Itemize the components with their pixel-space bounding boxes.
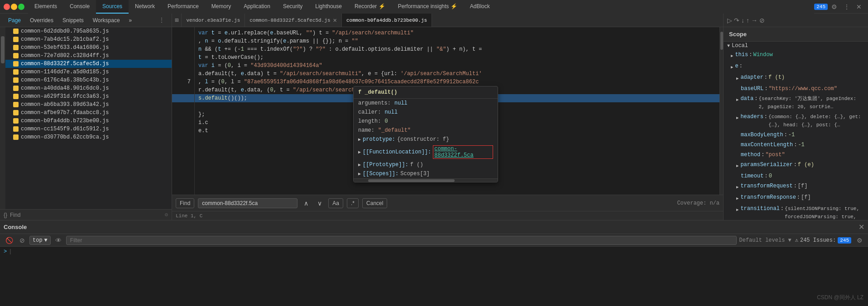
scope-e-paramsserializer[interactable]: ▶ paramsSerializer : f (e) xyxy=(724,160,868,171)
editor-tab-common-b0[interactable]: common-b0fa4ddb.b723be00.js xyxy=(342,14,432,27)
scope-e-transitional[interactable]: ▶ transitional : {silentJSONParsing: tru… xyxy=(724,204,868,220)
issues-count-badge2[interactable]: 245 xyxy=(838,237,851,244)
console-clear-btn[interactable]: 🚫 xyxy=(4,236,15,245)
scope-e-timeout: timeout : 0 xyxy=(724,171,868,181)
step-out-btn[interactable]: ↑ xyxy=(746,17,749,24)
step-btn[interactable]: → xyxy=(751,17,758,24)
find-button[interactable]: Find xyxy=(176,198,194,208)
tooltip-scrollbar[interactable] xyxy=(354,178,498,182)
scope-e[interactable]: ▶ e : xyxy=(724,61,868,72)
console-settings-btn[interactable]: ⚙ xyxy=(855,236,864,245)
scope-e-headers[interactable]: ▶ headers : {common: {…}, delete: {…}, g… xyxy=(724,112,868,130)
file-item-1[interactable]: common-7ab4dc15.2b1cbaf2.js xyxy=(5,35,172,43)
tab-performance-insights[interactable]: Performance insights ⚡ xyxy=(392,0,464,14)
tab-application[interactable]: Application xyxy=(237,0,277,14)
tooltip-row-caller: caller: null xyxy=(354,108,498,117)
scope-e-adapter[interactable]: ▶ adapter : f (t) xyxy=(724,72,868,84)
scope-local-section[interactable]: ▼ Local xyxy=(724,42,868,50)
scope-e-transformresponse[interactable]: ▶ transformResponse : [f] xyxy=(724,192,868,204)
minimize-window-btn[interactable] xyxy=(11,4,17,10)
file-item-4[interactable]: common-88d3322f.5cafec5d.js xyxy=(5,60,172,68)
deactivate-breakpoints-btn[interactable]: ⊘ xyxy=(759,17,765,24)
file-item-3[interactable]: common-72e7d802.c328d4ff.js xyxy=(5,52,172,60)
subtab-overrides[interactable]: Overrides xyxy=(25,14,58,27)
tab-performance[interactable]: Performance xyxy=(161,0,205,14)
subtab-page[interactable]: Page xyxy=(4,14,25,27)
maximize-window-btn[interactable] xyxy=(18,4,24,10)
default-levels-select[interactable]: Default levels ▼ xyxy=(739,237,791,244)
file-item-6[interactable]: common-6176c4a6.38b5c43b.js xyxy=(5,76,172,84)
sources-vscrollbar[interactable] xyxy=(0,27,5,209)
file-item-2[interactable]: common-53ebf633.d4a16806.js xyxy=(5,43,172,52)
console-close-btn[interactable]: ✕ xyxy=(858,223,864,231)
scope-e-transformrequest[interactable]: ▶ transformRequest : [f] xyxy=(724,181,868,192)
tab-lighthouse[interactable]: Lighthouse xyxy=(309,0,348,14)
step-over-btn[interactable]: ↷ xyxy=(734,17,739,24)
console-cursor[interactable]: | xyxy=(9,249,12,255)
console-filter-icon-btn[interactable]: ⊘ xyxy=(18,236,27,245)
editor-tab-vendor[interactable]: vendor.e3ea3f1e.js xyxy=(182,14,245,27)
subtab-snippets[interactable]: Snippets xyxy=(58,14,88,27)
file-item-0[interactable]: common-6d2ddbd0.795a8635.js xyxy=(5,27,172,35)
editor-tab-common88[interactable]: common-88d3322f.5cafec5d.js ✕ xyxy=(245,14,342,27)
file-item-10[interactable]: common-afbe97b7.fdaabcc8.js xyxy=(5,109,172,117)
close-tab-common88[interactable]: ✕ xyxy=(333,17,337,24)
code-gutter: 7 xyxy=(172,27,195,195)
file-item-12[interactable]: common-cc1545f9.d61c5912.js xyxy=(5,125,172,133)
editor-vscrollbar[interactable] xyxy=(719,27,723,195)
close-devtools-btn[interactable]: ✕ xyxy=(854,0,864,14)
top-context-selector[interactable]: top ▼ xyxy=(29,236,51,245)
file-item-9[interactable]: common-ab6ba393.89d63a42.js xyxy=(5,100,172,109)
resume-btn[interactable]: ▷ xyxy=(727,17,732,24)
scope-e-data[interactable]: ▶ data : {searchKey: '万达集团', pageIndex: … xyxy=(724,94,868,112)
editor-scroll-thumb xyxy=(720,32,723,50)
more-options-btn[interactable]: ⋮ xyxy=(841,0,853,14)
tab-elements[interactable]: Elements xyxy=(28,0,63,14)
tab-console[interactable]: Console xyxy=(63,0,96,14)
sources-subtab-bar: Page Overrides Snippets Workspace » ⋮ xyxy=(0,14,172,27)
tooltip-prototype[interactable]: ▶ prototype: {constructor: f} xyxy=(354,135,498,144)
prompt-arrow: > xyxy=(4,249,7,255)
regex-btn[interactable]: .* xyxy=(347,198,359,208)
find-in-files-btn[interactable]: Find xyxy=(10,212,20,218)
console-eye-btn[interactable]: 👁 xyxy=(53,236,63,245)
match-case-btn[interactable]: Aa xyxy=(328,198,343,208)
find-prev-btn[interactable]: ∧ xyxy=(301,199,311,208)
file-item-13[interactable]: common-d30770bd.62ccb9ca.js xyxy=(5,133,172,141)
console-area: Console ✕ 🚫 ⊘ top ▼ 👁 Default levels ▼ ⚠… xyxy=(0,220,868,306)
step-into-btn[interactable]: ↓ xyxy=(741,17,744,24)
scope-this[interactable]: ▶ this : Window xyxy=(724,50,868,61)
tab-security[interactable]: Security xyxy=(277,0,309,14)
issues-count-badge[interactable]: 245 xyxy=(814,4,828,10)
tooltip-prototype2[interactable]: ▶ [[Prototype]]: f () xyxy=(354,160,498,169)
tab-network[interactable]: Network xyxy=(129,0,161,14)
tab-adblock[interactable]: AdBlock xyxy=(464,0,496,14)
file-item-5[interactable]: common-1146dd7e.a5d0d185.js xyxy=(5,68,172,76)
editor-expand-btn[interactable]: ⊞ xyxy=(172,14,182,27)
file-item-11[interactable]: common-b0fa4ddb.b723be00.js xyxy=(5,117,172,125)
js-file-icon xyxy=(13,37,19,42)
subtab-workspace[interactable]: Workspace xyxy=(88,14,125,27)
file-item-7[interactable]: common-a40dda48.901c6dc0.js xyxy=(5,84,172,92)
tab-memory[interactable]: Memory xyxy=(205,0,237,14)
sources-more-btn[interactable]: ⋮ xyxy=(155,17,168,24)
code-line-1: var t = e.url.replace(e.baseURL, "") t =… xyxy=(195,29,723,37)
scope-e-maxcontentlength: maxContentLength : -1 xyxy=(724,140,868,150)
console-filter-input[interactable] xyxy=(66,236,737,245)
close-window-btn[interactable] xyxy=(4,4,10,10)
find-input[interactable] xyxy=(198,198,297,208)
js-file-icon xyxy=(13,77,19,83)
scope-content: ▼ Local ▶ this : Window ▶ e : ▶ adapter xyxy=(724,42,868,220)
tab-sources[interactable]: Sources xyxy=(96,0,129,14)
issues-count-label: 245 Issues: xyxy=(800,237,836,244)
tab-recorder[interactable]: Recorder ⚡ xyxy=(348,0,392,14)
tooltip-scopes[interactable]: ▶ [[Scopes]]: Scopes[3] xyxy=(354,169,498,178)
find-next-btn[interactable]: ∨ xyxy=(315,199,325,208)
breakpoints-settings-btn[interactable]: ⚙ xyxy=(165,211,168,218)
pretty-print-btn[interactable]: {} xyxy=(4,212,7,218)
file-item-8[interactable]: common-a629f31d.9fcc3a63.js xyxy=(5,92,172,100)
settings-btn[interactable]: ⚙ xyxy=(829,0,840,14)
subtab-more[interactable]: » xyxy=(125,14,137,27)
tooltip-function-location[interactable]: ▶ [[FunctionLocation]]: common-88d3322f.… xyxy=(354,144,498,160)
cancel-find-btn[interactable]: Cancel xyxy=(362,198,387,208)
